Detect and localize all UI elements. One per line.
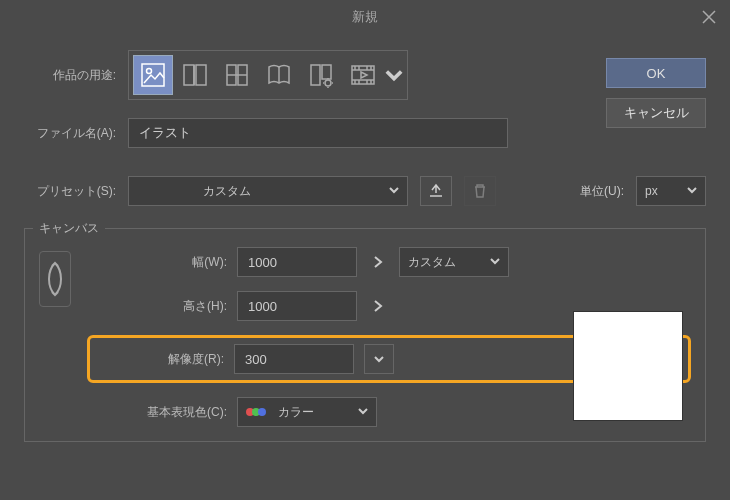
settings-panel-icon xyxy=(307,61,335,89)
canvas-preview xyxy=(573,311,683,421)
multipage-icon xyxy=(223,61,251,89)
close-icon xyxy=(702,10,716,24)
trash-icon xyxy=(471,182,489,200)
preset-label: プリセット(S): xyxy=(24,183,116,200)
height-input[interactable] xyxy=(237,291,357,321)
colormode-select[interactable]: カラー xyxy=(237,397,377,427)
filename-label: ファイル名(A): xyxy=(24,125,116,142)
height-label: 高さ(H): xyxy=(87,298,227,315)
resolution-input[interactable] xyxy=(234,344,354,374)
delete-preset-button xyxy=(464,176,496,206)
purpose-animation[interactable] xyxy=(343,55,383,95)
save-icon xyxy=(427,182,445,200)
width-label: 幅(W): xyxy=(87,254,227,271)
svg-point-1 xyxy=(147,69,152,74)
preset-select[interactable]: カスタム xyxy=(128,176,408,206)
rotate-icon xyxy=(46,259,64,299)
unit-select[interactable]: px xyxy=(636,176,706,206)
canvas-legend: キャンバス xyxy=(33,220,105,237)
canvas-fieldset: キャンバス 幅(W): カスタム 高さ(H): xyxy=(24,228,706,442)
dialog-title: 新規 xyxy=(352,8,378,26)
purpose-multipage[interactable] xyxy=(217,55,257,95)
width-stepper[interactable] xyxy=(367,255,389,269)
size-preset-select[interactable]: カスタム xyxy=(399,247,509,277)
cancel-button[interactable]: キャンセル xyxy=(606,98,706,128)
colormode-value: カラー xyxy=(278,404,314,421)
chevron-right-icon xyxy=(373,299,383,313)
basecolor-label: 基本表現色(C): xyxy=(87,404,227,421)
chevron-down-icon xyxy=(490,255,500,269)
book-icon xyxy=(265,61,293,89)
comic-icon xyxy=(181,61,209,89)
illustration-icon xyxy=(139,61,167,89)
rgb-icon xyxy=(246,408,266,416)
chevron-down-icon xyxy=(389,184,399,198)
purpose-more[interactable] xyxy=(385,66,403,84)
chevron-down-icon xyxy=(358,405,368,419)
svg-rect-8 xyxy=(311,65,320,85)
svg-rect-2 xyxy=(184,65,194,85)
chevron-down-icon xyxy=(374,354,384,364)
purpose-toolbar xyxy=(128,50,408,100)
preset-value: カスタム xyxy=(203,183,251,200)
purpose-settings[interactable] xyxy=(301,55,341,95)
svg-rect-3 xyxy=(196,65,206,85)
filename-input[interactable] xyxy=(128,118,508,148)
size-preset-value: カスタム xyxy=(408,254,456,271)
ok-button[interactable]: OK xyxy=(606,58,706,88)
close-button[interactable] xyxy=(698,6,720,28)
titlebar: 新規 xyxy=(0,0,730,34)
height-stepper[interactable] xyxy=(367,299,389,313)
svg-point-10 xyxy=(325,80,331,86)
svg-rect-9 xyxy=(322,65,331,79)
resolution-dropdown[interactable] xyxy=(364,344,394,374)
width-input[interactable] xyxy=(237,247,357,277)
chevron-right-icon xyxy=(373,255,383,269)
resolution-label: 解像度(R): xyxy=(96,351,224,368)
orientation-toggle[interactable] xyxy=(39,251,71,307)
unit-value: px xyxy=(645,184,658,198)
purpose-illustration[interactable] xyxy=(133,55,173,95)
purpose-book[interactable] xyxy=(259,55,299,95)
animation-icon xyxy=(349,61,377,89)
unit-label: 単位(U): xyxy=(580,183,624,200)
purpose-label: 作品の用途: xyxy=(24,67,116,84)
save-preset-button[interactable] xyxy=(420,176,452,206)
purpose-comic[interactable] xyxy=(175,55,215,95)
chevron-down-icon xyxy=(385,66,403,84)
chevron-down-icon xyxy=(687,184,697,198)
